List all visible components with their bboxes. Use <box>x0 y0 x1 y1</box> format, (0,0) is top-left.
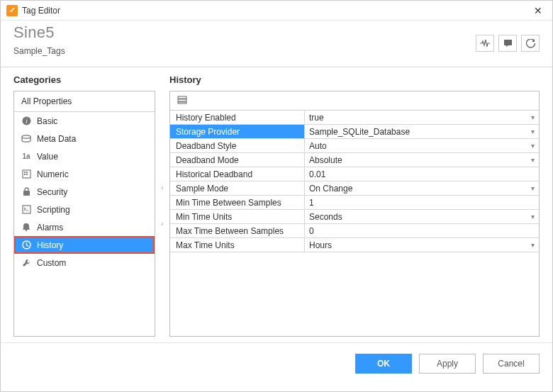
property-value[interactable]: Seconds▾ <box>305 210 539 223</box>
property-row[interactable]: Deadband ModeAbsolute▾ <box>170 153 539 167</box>
refresh-button[interactable] <box>521 35 540 52</box>
category-item-value[interactable]: 1aValue <box>14 147 155 165</box>
category-item-basic[interactable]: iBasic <box>14 112 155 130</box>
chevron-down-icon[interactable]: ▾ <box>531 142 535 150</box>
info-icon: i <box>21 116 31 125</box>
property-label: Max Time Between Samples <box>170 224 305 237</box>
property-label: Max Time Units <box>170 238 305 252</box>
property-value-text: Seconds <box>309 212 342 222</box>
category-item-numeric[interactable]: Numeric <box>14 165 155 183</box>
close-icon[interactable]: ✕ <box>530 4 547 18</box>
property-value[interactable]: true▾ <box>305 111 539 124</box>
splitter[interactable]: ‹ › <box>155 74 169 337</box>
titlebar: ✓ Tag Editor ✕ <box>1 1 552 21</box>
property-value[interactable]: 1 <box>305 196 539 209</box>
svg-rect-10 <box>23 206 30 213</box>
svg-rect-7 <box>24 174 26 175</box>
property-label: Min Time Between Samples <box>170 196 305 209</box>
svg-point-11 <box>26 230 27 231</box>
chevron-left-icon: ‹ <box>161 184 163 191</box>
script-icon <box>21 205 31 214</box>
footer: OK Apply Cancel <box>1 342 552 383</box>
property-row[interactable]: Min Time Between Samples1 <box>170 196 539 210</box>
metadata-icon <box>21 135 31 143</box>
category-item-history[interactable]: History <box>14 236 155 254</box>
property-label: History Enabled <box>170 111 305 124</box>
property-label: Storage Provider <box>170 125 305 138</box>
property-row[interactable]: Max Time Between Samples0 <box>170 224 539 238</box>
page-subtitle: Sample_Tags <box>13 46 476 56</box>
chevron-down-icon[interactable]: ▾ <box>531 128 535 135</box>
property-value[interactable]: Sample_SQLite_Database▾ <box>305 125 539 138</box>
property-value[interactable]: 0 <box>305 224 539 237</box>
category-label: Custom <box>37 258 66 268</box>
property-row[interactable]: Deadband StyleAuto▾ <box>170 139 539 153</box>
property-label: Deadband Style <box>170 139 305 152</box>
page-title: Sine5 <box>13 23 476 42</box>
property-value-text: On Change <box>309 184 352 194</box>
chevron-down-icon[interactable]: ▾ <box>531 156 535 164</box>
property-value-text: Sample_SQLite_Database <box>309 127 410 137</box>
category-label: Scripting <box>37 205 70 215</box>
property-row[interactable]: Min Time UnitsSeconds▾ <box>170 210 539 224</box>
svg-rect-13 <box>178 96 186 99</box>
properties-toolbar <box>170 91 539 111</box>
property-value-text: Auto <box>309 141 327 151</box>
category-label: Value <box>37 152 58 162</box>
window-title: Tag Editor <box>22 6 60 16</box>
property-label: Min Time Units <box>170 210 305 223</box>
property-value-text: Hours <box>309 240 332 250</box>
category-item-scripting[interactable]: Scripting <box>14 201 155 218</box>
property-value-text: Absolute <box>309 155 342 165</box>
category-label: Basic <box>37 116 57 126</box>
chevron-down-icon[interactable]: ▾ <box>531 213 535 220</box>
property-value[interactable]: Auto▾ <box>305 139 539 152</box>
property-row[interactable]: Sample ModeOn Change▾ <box>170 181 539 196</box>
category-item-custom[interactable]: Custom <box>14 254 155 271</box>
chevron-down-icon[interactable]: ▾ <box>531 113 535 121</box>
bell-icon <box>21 223 31 232</box>
wrench-icon <box>21 258 31 267</box>
property-label: Historical Deadband <box>170 167 305 181</box>
properties-title: History <box>169 74 540 85</box>
chevron-down-icon[interactable]: ▾ <box>531 184 535 192</box>
svg-rect-0 <box>504 40 512 45</box>
categories-title: Categories <box>13 74 155 85</box>
svg-rect-9 <box>23 191 30 196</box>
diagnostics-button[interactable] <box>476 35 494 52</box>
chevron-right-icon: › <box>161 220 163 228</box>
categories-header[interactable]: All Properties <box>14 91 155 112</box>
property-row[interactable]: Historical Deadband0.01 <box>170 167 539 181</box>
property-row[interactable]: History Enabledtrue▾ <box>170 111 539 125</box>
category-label: Security <box>37 187 67 197</box>
svg-rect-8 <box>26 174 28 175</box>
property-value-text: 0.01 <box>309 169 325 179</box>
category-label: Alarms <box>37 223 63 233</box>
property-value[interactable]: 0.01 <box>305 167 539 181</box>
expand-all-button[interactable] <box>176 94 189 106</box>
ok-button[interactable]: OK <box>355 354 412 374</box>
property-value[interactable]: On Change▾ <box>305 181 539 195</box>
category-item-meta-data[interactable]: Meta Data <box>14 130 155 147</box>
numeric-icon <box>21 169 31 179</box>
property-value[interactable]: Absolute▾ <box>305 153 539 167</box>
chevron-down-icon[interactable]: ▾ <box>531 241 535 249</box>
category-item-security[interactable]: Security <box>14 183 155 201</box>
category-item-alarms[interactable]: Alarms <box>14 218 155 236</box>
lock-icon <box>21 187 31 196</box>
property-value[interactable]: Hours▾ <box>305 238 539 252</box>
property-row[interactable]: Max Time UnitsHours▾ <box>170 238 539 252</box>
property-row[interactable]: Storage ProviderSample_SQLite_Database▾ <box>170 125 539 139</box>
category-label: History <box>37 240 63 250</box>
properties-grid: History Enabledtrue▾Storage ProviderSamp… <box>170 111 539 336</box>
cancel-button[interactable]: Cancel <box>483 354 540 374</box>
category-label: Numeric <box>37 169 69 179</box>
apply-button[interactable]: Apply <box>419 354 476 374</box>
svg-rect-5 <box>24 172 26 173</box>
notes-button[interactable] <box>498 35 517 52</box>
property-value-text: 1 <box>309 198 314 208</box>
property-value-text: 0 <box>309 226 314 236</box>
category-label: Meta Data <box>37 134 76 144</box>
app-icon: ✓ <box>6 5 18 16</box>
header: Sine5 Sample_Tags <box>1 21 552 67</box>
